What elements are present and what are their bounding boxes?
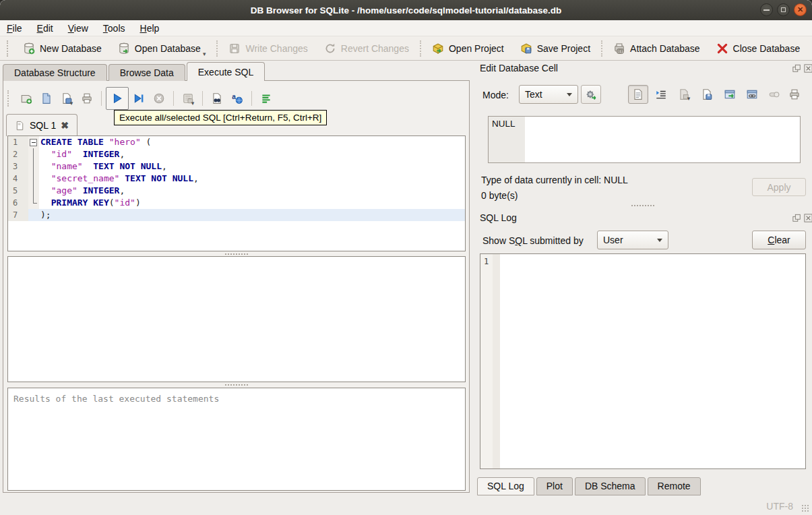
execute-sql-button[interactable] [106,87,129,110]
menu-file[interactable]: File [7,23,22,34]
results-pane[interactable]: Results of the last executed statements [7,388,466,491]
save-results-dropdown-icon[interactable]: ▾ [191,100,195,108]
dock-tab-sql-log[interactable]: SQL Log [477,477,534,495]
sql-editor[interactable]: 1CREATE TABLE "hero" (2 "id" INTEGER,3 "… [7,135,466,251]
new-sql-tab-button[interactable] [16,88,36,109]
sql-log-view[interactable]: 1 [480,253,806,469]
write-changes-icon [228,42,241,55]
mode-select[interactable]: Text [519,85,578,104]
execute-current-line-button[interactable] [129,88,149,109]
code-line: "age" INTEGER, [39,185,465,197]
format-sql-button[interactable] [256,88,276,109]
mode-value: Text [525,89,542,100]
find-icon [211,92,223,104]
fold-margin [28,173,39,185]
dock-tab-remote[interactable]: Remote [648,477,701,495]
close-button[interactable]: ✕ [794,3,807,16]
word-wrap-button[interactable] [651,85,671,104]
menu-edit[interactable]: Edit [37,23,53,34]
attach-database-button[interactable]: Attach Database [605,38,708,59]
results-splitter[interactable] [3,383,469,387]
open-database-dropdown-icon[interactable]: ▾ [203,51,206,59]
find-button[interactable] [207,88,227,109]
minimize-button[interactable] [760,3,773,16]
menu-view[interactable]: View [68,23,88,34]
autocomplete-button[interactable]: a [227,88,247,109]
code-line: ); [39,209,465,221]
save-sql-dropdown-icon[interactable]: ▾ [70,100,73,108]
link-icon [746,88,758,100]
open-project-button[interactable]: Open Project [424,38,512,59]
editor-line: 5 "age" INTEGER, [8,185,465,197]
dock-tab-db-schema[interactable]: DB Schema [575,477,646,495]
save-sql-file-button[interactable]: ▾ [57,88,77,109]
editor-line: 7); [8,209,465,221]
open-database-button[interactable]: Open Database ▾ [110,38,214,59]
sql-toolbar-drag-handle[interactable] [7,90,11,107]
log-fold-margin [493,254,500,468]
maximize-button[interactable] [777,3,790,16]
apply-button[interactable]: Apply [752,178,806,196]
resize-grip[interactable] [801,504,809,512]
auto-switch-mode-button[interactable] [581,85,601,104]
write-changes-button[interactable]: Write Changes [220,38,315,59]
new-database-button[interactable]: New Database [15,38,110,59]
set-null-button[interactable] [764,85,784,104]
fold-marker-icon[interactable] [28,136,39,148]
status-bar: UTF-8 [0,495,812,515]
clear-log-button[interactable]: Clear [752,231,806,249]
toolbar-separator [601,40,602,57]
close-tab-icon[interactable]: ✖ [61,120,69,131]
query-status-pane[interactable] [7,256,466,382]
format-icon [260,92,272,104]
sql-document-tab[interactable]: SQL 1 ✖ [6,114,77,136]
sql-log-title: SQL Log [480,212,517,223]
open-external-button[interactable] [720,85,740,104]
dock-float-button[interactable] [792,64,801,73]
svg-text:a: a [232,93,236,100]
set-null-icon [768,88,780,100]
editor-line: 4 "secret_name" TEXT NOT NULL, [8,173,465,185]
dock-close-button[interactable] [804,64,812,73]
save-as-button[interactable] [697,85,717,104]
print-sql-button[interactable] [77,88,97,109]
menu-bar: File Edit View Tools Help [0,20,812,36]
link-button[interactable] [742,85,762,104]
text-mode-button[interactable] [628,85,648,104]
save-project-button[interactable]: Save Project [512,38,598,59]
tab-browse-data[interactable]: Browse Data [108,64,185,81]
dock-float-button[interactable] [792,214,801,222]
main-tab-bar: Database Structure Browse Data Execute S… [3,62,266,81]
line-number: 1 [8,136,28,148]
new-tab-icon [20,92,32,104]
log-filter-value: User [603,235,623,245]
toolbar-separator [216,40,218,57]
stop-execution-button[interactable] [149,88,169,109]
tab-database-structure[interactable]: Database Structure [3,64,107,81]
open-sql-file-button[interactable] [36,88,57,109]
dock-tab-bar: SQL Log Plot DB Schema Remote [477,477,703,495]
code-line: "secret_name" TEXT NOT NULL, [39,173,465,185]
revert-changes-button[interactable]: Revert Changes [316,38,417,59]
dock-tab-plot[interactable]: Plot [536,477,573,495]
toolbar-drag-handle[interactable] [7,40,11,57]
log-filter-select[interactable]: User [597,231,668,249]
cell-editor-area[interactable] [525,117,800,162]
cell-editor[interactable]: NULL [488,116,801,163]
print-cell-button[interactable] [784,85,805,104]
tab-execute-sql[interactable]: Execute SQL [187,62,266,81]
dock-close-button[interactable] [804,214,812,222]
save-results-button[interactable]: ▾ [178,88,198,109]
import-button[interactable]: ▾ [674,85,694,104]
encoding-indicator: UTF-8 [766,501,793,512]
save-as-icon [701,88,713,100]
word-wrap-icon [655,88,667,100]
execute-icon [111,92,123,104]
dock-splitter[interactable] [474,204,812,208]
sql-toolbar-separator [251,91,252,106]
menu-help[interactable]: Help [140,23,160,34]
sql-toolbar-separator [202,91,203,106]
close-database-button[interactable]: Close Database [708,38,809,59]
menu-tools[interactable]: Tools [103,23,125,34]
sql-document-icon [15,121,25,131]
